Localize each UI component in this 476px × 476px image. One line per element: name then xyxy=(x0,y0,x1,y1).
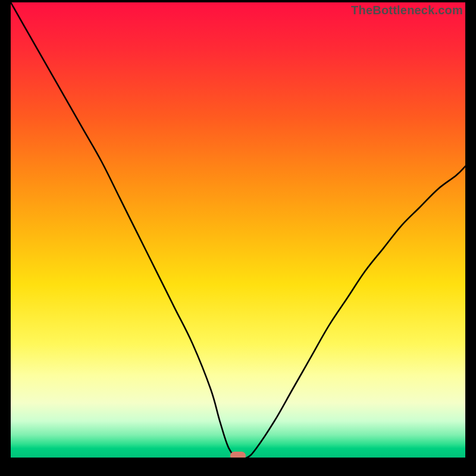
highlight-marker xyxy=(230,452,246,458)
watermark-text: TheBottleneck.com xyxy=(351,4,463,17)
curve-layer xyxy=(11,2,465,458)
plot-area xyxy=(11,2,465,458)
bottleneck-curve xyxy=(11,2,465,458)
chart-stage: TheBottleneck.com xyxy=(0,0,476,476)
